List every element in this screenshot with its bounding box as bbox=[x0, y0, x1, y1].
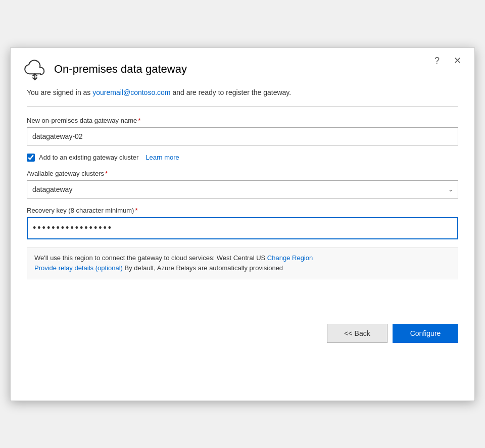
help-button[interactable]: ? bbox=[431, 55, 443, 66]
dialog-controls: ? ✕ bbox=[431, 55, 464, 66]
dialog-content: You are signed in as youremail@contoso.c… bbox=[11, 87, 474, 292]
clusters-required-star: * bbox=[105, 170, 108, 177]
signed-in-text: You are signed in as youremail@contoso.c… bbox=[27, 87, 458, 98]
relay-info-text: By default, Azure Relays are automatical… bbox=[123, 264, 283, 272]
relay-details-link[interactable]: Provide relay details (optional) bbox=[34, 264, 123, 272]
info-box: We'll use this region to connect the gat… bbox=[27, 247, 458, 280]
signed-in-email: youremail@contoso.com bbox=[92, 88, 170, 96]
recovery-key-label: Recovery key (8 character minimum)* bbox=[27, 207, 458, 214]
recovery-key-section: Recovery key (8 character minimum)* bbox=[27, 207, 458, 239]
back-button[interactable]: << Back bbox=[327, 324, 387, 343]
region-info: We'll use this region to connect the gat… bbox=[34, 253, 451, 264]
required-star: * bbox=[138, 117, 140, 124]
cloud-gateway-icon bbox=[23, 58, 47, 80]
relay-info: Provide relay details (optional) By defa… bbox=[34, 263, 451, 274]
region-info-text: We'll use this region to connect the gat… bbox=[34, 254, 265, 262]
signed-in-prefix: You are signed in as bbox=[27, 88, 92, 96]
configure-button[interactable]: Configure bbox=[393, 324, 458, 343]
clusters-label: Available gateway clusters* bbox=[27, 170, 458, 177]
gateway-name-label: New on-premises data gateway name* bbox=[27, 117, 458, 124]
dialog-header: On-premises data gateway ? ✕ bbox=[11, 48, 474, 87]
dialog-title: On-premises data gateway bbox=[54, 63, 187, 76]
footer-buttons: << Back Configure bbox=[11, 312, 474, 357]
close-button[interactable]: ✕ bbox=[451, 55, 464, 66]
checkbox-label: Add to an existing gateway cluster bbox=[39, 154, 138, 161]
recovery-key-input[interactable] bbox=[27, 217, 458, 239]
change-region-link[interactable]: Change Region bbox=[267, 254, 313, 262]
divider bbox=[27, 106, 458, 107]
dialog: On-premises data gateway ? ✕ You are sig… bbox=[10, 47, 475, 401]
gateway-name-input[interactable] bbox=[27, 127, 458, 145]
clusters-section: Available gateway clusters* datagateway … bbox=[27, 170, 458, 198]
gateway-name-section: New on-premises data gateway name* bbox=[27, 117, 458, 145]
checkbox-row: Add to an existing gateway cluster Learn… bbox=[27, 154, 458, 162]
learn-more-link[interactable]: Learn more bbox=[146, 154, 179, 161]
signed-in-suffix: and are ready to register the gateway. bbox=[171, 88, 292, 96]
clusters-select[interactable]: datagateway bbox=[27, 180, 458, 198]
recovery-required-star: * bbox=[135, 207, 137, 214]
add-to-cluster-checkbox[interactable] bbox=[27, 154, 35, 162]
clusters-select-wrapper: datagateway ⌄ bbox=[27, 180, 458, 198]
title-area: On-premises data gateway bbox=[23, 58, 187, 80]
